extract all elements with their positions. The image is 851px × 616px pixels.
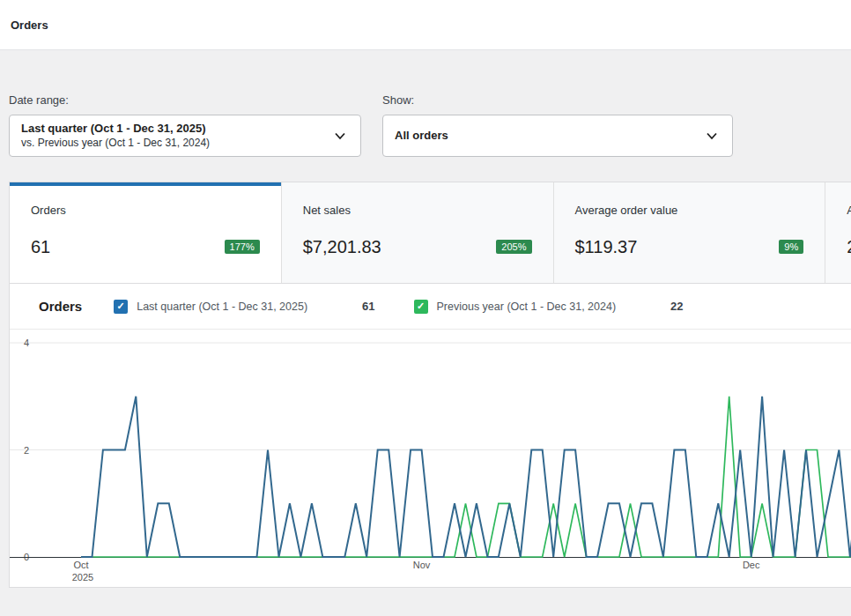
summary-value: 2	[847, 235, 851, 258]
report-panel: Orders 61 177% Net sales $7,201.83 205% …	[9, 182, 851, 588]
summary-tabs: Orders 61 177% Net sales $7,201.83 205% …	[10, 182, 851, 284]
chevron-down-icon	[333, 129, 347, 143]
svg-text:Oct: Oct	[73, 560, 88, 570]
show-select[interactable]: All orders	[382, 115, 733, 157]
page-header: Orders	[0, 0, 851, 50]
legend-label: Last quarter (Oct 1 - Dec 31, 2025)	[137, 301, 307, 313]
svg-text:Dec: Dec	[743, 560, 760, 570]
report-filters: Date range: Last quarter (Oct 1 - Dec 31…	[9, 93, 851, 157]
summary-label: Net sales	[303, 204, 532, 217]
date-range-primary: Last quarter (Oct 1 - Dec 31, 2025)	[21, 122, 210, 137]
summary-value: $7,201.83	[303, 235, 381, 258]
summary-value: 61	[31, 235, 50, 258]
legend-value: 61	[362, 300, 374, 313]
checkbox-checked-icon[interactable]: ✓	[114, 300, 128, 314]
analytics-page: Date range: Last quarter (Oct 1 - Dec 31…	[0, 50, 851, 588]
summary-value-row: $119.37 9%	[575, 235, 804, 258]
orders-line-chart: 024Oct2025NovDec	[10, 330, 851, 587]
svg-text:4: 4	[24, 338, 29, 348]
checkbox-checked-icon[interactable]: ✓	[414, 300, 428, 314]
show-filter: Show: All orders	[382, 93, 733, 157]
summary-trend-badge: 177%	[225, 240, 260, 254]
legend-value: 22	[670, 300, 683, 313]
check-icon: ✓	[117, 301, 125, 311]
summary-label: Average order value	[575, 204, 804, 217]
show-label: Show:	[382, 93, 733, 107]
date-range-label: Date range:	[9, 93, 361, 107]
chevron-down-icon	[705, 129, 719, 143]
chart-title: Orders	[39, 299, 82, 314]
summary-tab-orders[interactable]: Orders 61 177%	[10, 182, 282, 283]
summary-trend-badge: 9%	[779, 240, 803, 254]
date-range-compare: vs. Previous year (Oct 1 - Dec 31, 2024)	[21, 137, 210, 151]
chart-header: Orders ✓ Last quarter (Oct 1 - Dec 31, 2…	[10, 284, 851, 330]
summary-tab-clipped[interactable]: A 2	[825, 182, 851, 283]
summary-tab-net-sales[interactable]: Net sales $7,201.83 205%	[282, 182, 554, 283]
summary-label: Orders	[31, 204, 260, 217]
show-selected: All orders	[395, 129, 448, 144]
legend-item-current-period[interactable]: ✓ Last quarter (Oct 1 - Dec 31, 2025) 61	[114, 300, 374, 314]
summary-value: $119.37	[575, 235, 638, 258]
page-title: Orders	[11, 19, 48, 32]
summary-value-row: $7,201.83 205%	[303, 235, 532, 258]
summary-value-row: 61 177%	[31, 235, 260, 258]
date-range-select[interactable]: Last quarter (Oct 1 - Dec 31, 2025) vs. …	[9, 115, 361, 157]
summary-label: A	[847, 204, 851, 217]
legend-item-previous-period[interactable]: ✓ Previous year (Oct 1 - Dec 31, 2024) 2…	[414, 300, 684, 314]
chart-area: 024Oct2025NovDec	[10, 330, 851, 587]
show-value: All orders	[395, 129, 448, 144]
svg-text:2025: 2025	[72, 572, 93, 583]
summary-value-row: 2	[847, 235, 851, 258]
svg-text:Nov: Nov	[413, 560, 431, 570]
date-range-selected: Last quarter (Oct 1 - Dec 31, 2025) vs. …	[21, 122, 210, 150]
date-range-filter: Date range: Last quarter (Oct 1 - Dec 31…	[9, 93, 361, 157]
legend-label: Previous year (Oct 1 - Dec 31, 2024)	[437, 301, 617, 313]
summary-trend-badge: 205%	[496, 240, 531, 254]
check-icon: ✓	[417, 301, 425, 311]
svg-text:2: 2	[24, 445, 29, 456]
summary-tab-average-order-value[interactable]: Average order value $119.37 9%	[554, 182, 826, 283]
